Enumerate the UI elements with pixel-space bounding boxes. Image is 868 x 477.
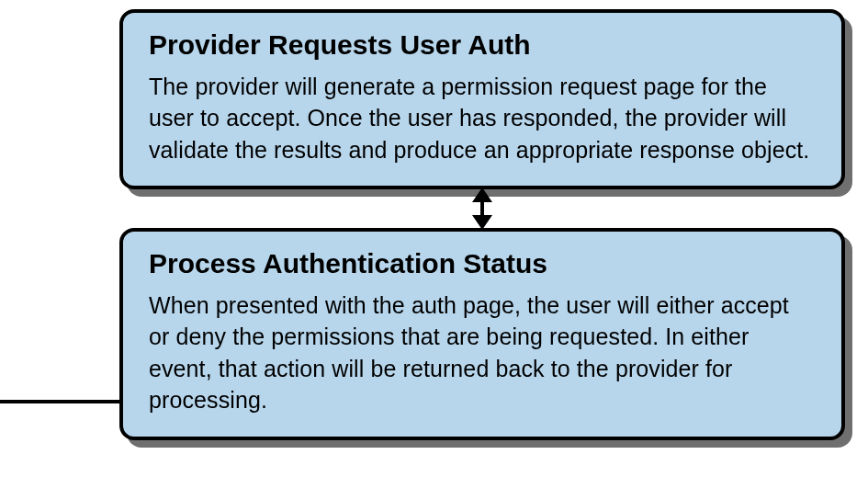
node-body: When presented with the auth page, the u… xyxy=(149,290,816,416)
node-process-authentication-status: Process Authentication Status When prese… xyxy=(119,228,845,440)
node-box: Process Authentication Status When prese… xyxy=(119,228,845,440)
node-body: The provider will generate a permission … xyxy=(149,71,816,166)
incoming-connector-line xyxy=(0,400,119,403)
bidirectional-connector xyxy=(119,189,845,228)
node-box: Provider Requests User Auth The provider… xyxy=(119,9,845,189)
node-provider-requests-user-auth: Provider Requests User Auth The provider… xyxy=(119,9,845,189)
node-title: Provider Requests User Auth xyxy=(149,29,816,62)
node-title: Process Authentication Status xyxy=(149,248,816,280)
auth-flow-diagram: Provider Requests User Auth The provider… xyxy=(119,9,845,440)
